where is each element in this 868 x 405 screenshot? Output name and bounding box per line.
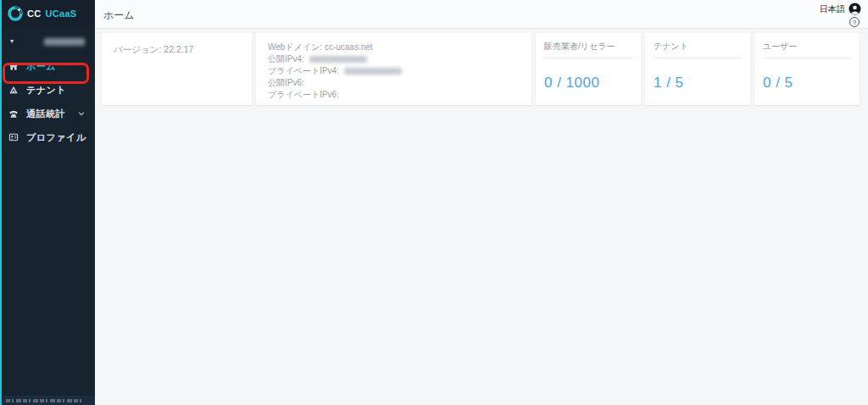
network-card: Webドメイン: cc-ucaas.net 公開IPv4: プライベートIPv4…: [256, 33, 531, 105]
app-root: CC UCaaS ▾ ホーム: [0, 0, 868, 405]
public-ipv6-row: 公開IPv6:: [268, 78, 520, 87]
user-avatar-icon[interactable]: [849, 3, 861, 15]
sidebar-footer: [2, 396, 95, 405]
sidebar-item-label: プロファイル: [26, 131, 86, 144]
stat-label: テナント: [654, 33, 742, 58]
caret-down-icon: ▾: [10, 38, 14, 45]
main-content: バージョン: 22.2.17 Webドメイン: cc-ucaas.net 公開I…: [95, 29, 868, 405]
private-ipv6-row: プライベートIPv6:: [268, 90, 520, 99]
sidebar-item-label: ホーム: [26, 60, 56, 73]
language-selector[interactable]: 日本語: [820, 3, 861, 15]
public-ipv4-label: 公開IPv4:: [268, 54, 304, 64]
stat-card-users: ユーザー 0 / 5: [754, 33, 860, 105]
page-title: ホーム: [103, 8, 135, 23]
version-card: バージョン: 22.2.17: [102, 33, 252, 105]
language-label: 日本語: [820, 3, 845, 15]
stat-label: ユーザー: [763, 33, 851, 58]
topbar-right: 日本語 ?: [820, 3, 861, 27]
stat-card-resellers: 販売業者/リセラー 0 / 1000: [536, 33, 641, 105]
help-icon[interactable]: ?: [849, 17, 860, 27]
sidebar-item-tenant[interactable]: テナント: [0, 78, 95, 102]
web-domain-text: Webドメイン: cc-ucaas.net: [268, 42, 373, 52]
phone-icon: [8, 108, 19, 119]
private-ipv4-row: プライベートIPv4:: [268, 66, 520, 75]
sidebar-accent-strip: [0, 0, 2, 405]
stat-card-tenants: テナント 1 / 5: [645, 33, 750, 105]
web-domain-row: Webドメイン: cc-ucaas.net: [268, 42, 520, 52]
version-text: バージョン: 22.2.17: [114, 44, 240, 56]
stat-value: 0 / 5: [763, 75, 860, 92]
sidebar-item-label: 通話統計: [26, 108, 65, 120]
sidebar-item-profile[interactable]: プロファイル: [0, 125, 95, 149]
chevron-down-icon: [76, 108, 86, 119]
sidebar: CC UCaaS ▾ ホーム: [0, 0, 95, 405]
cc-ucaas-logo-icon: [8, 6, 23, 21]
stat-label: 販売業者/リセラー: [544, 33, 632, 58]
topbar: ホーム 日本語 ?: [95, 0, 868, 29]
profile-card-icon: [8, 132, 19, 142]
sidebar-item-call-stats[interactable]: 通話統計: [0, 102, 95, 125]
sidebar-item-home[interactable]: ホーム: [0, 54, 95, 78]
app-logo[interactable]: CC UCaaS: [0, 0, 95, 27]
sidebar-nav: ホーム テナント: [0, 54, 95, 149]
tenant-icon: [8, 85, 19, 95]
account-name-redacted: [44, 38, 85, 46]
account-selector[interactable]: ▾: [0, 32, 95, 51]
public-ipv4-row: 公開IPv4:: [268, 54, 520, 64]
home-icon: [8, 61, 19, 71]
public-ipv6-label: 公開IPv6:: [268, 78, 304, 87]
public-ipv4-redacted: [309, 56, 367, 63]
sidebar-footer-text: [6, 399, 84, 402]
private-ipv4-redacted: [344, 68, 402, 75]
private-ipv4-label: プライベートIPv4:: [268, 66, 339, 75]
main-area: ホーム 日本語 ? バージョン: 22: [95, 0, 868, 405]
private-ipv6-label: プライベートIPv6:: [268, 90, 339, 99]
stat-value: 0 / 1000: [544, 75, 641, 92]
cards-row: バージョン: 22.2.17 Webドメイン: cc-ucaas.net 公開I…: [102, 33, 861, 105]
logo-text-cc: CC: [27, 8, 42, 19]
stat-value: 1 / 5: [654, 75, 750, 92]
logo-text-ucaas: UCaaS: [46, 8, 77, 19]
sidebar-item-label: テナント: [26, 84, 66, 97]
